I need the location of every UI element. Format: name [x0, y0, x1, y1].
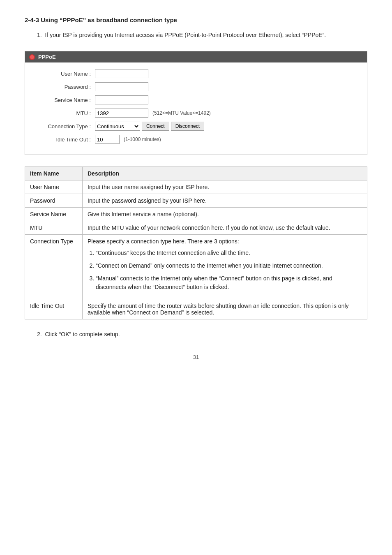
pppoe-status-dot: [29, 54, 35, 60]
pppoe-panel: PPPoE User Name : Password : Service Nam…: [25, 51, 367, 155]
step2-container: 2. Click “OK” to complete setup.: [37, 331, 367, 338]
pppoe-header: PPPoE: [25, 51, 367, 62]
mtu-input[interactable]: 1392: [95, 109, 148, 118]
step2-number: 2.: [37, 331, 42, 338]
connection-type-row: Connection Type : Continuous Connect on …: [33, 122, 359, 131]
username-input[interactable]: [95, 69, 148, 78]
table-row: User Name Input the user name assigned b…: [25, 180, 367, 194]
mtu-row: MTU : 1392 (512<=MTU Value<=1492): [33, 109, 359, 118]
connection-type-select[interactable]: Continuous Connect on Demand Manual: [95, 122, 140, 131]
username-row: User Name :: [33, 69, 359, 78]
table-row: Idle Time Out Specify the amount of time…: [25, 299, 367, 319]
row-mtu-name: MTU: [25, 221, 83, 235]
username-label: User Name :: [33, 71, 95, 77]
row-service-desc: Give this Internet service a name (optio…: [83, 208, 367, 221]
row-conntype-name: Connection Type: [25, 235, 83, 299]
service-name-row: Service Name :: [33, 95, 359, 104]
service-name-label: Service Name :: [33, 97, 95, 103]
row-service-name: Service Name: [25, 208, 83, 221]
step2-text: Click “OK” to complete setup.: [45, 331, 120, 338]
disconnect-button[interactable]: Disconnect: [171, 122, 204, 131]
conntype-list: “Continuous” keeps the Internet connecti…: [96, 249, 362, 291]
password-input[interactable]: [95, 82, 148, 91]
row-mtu-desc: Input the MTU value of your network conn…: [83, 221, 367, 235]
col1-header: Item Name: [25, 167, 83, 180]
list-item: “Connect on Demand” only connects to the…: [96, 261, 362, 270]
row-idle-desc: Specify the amount of time the router wa…: [83, 299, 367, 319]
pppoe-header-label: PPPoE: [38, 54, 56, 60]
table-row: Connection Type Please specify a connect…: [25, 235, 367, 299]
page-title: 2-4-3 Using “PPPoE” as broadband connect…: [25, 16, 367, 23]
idle-timeout-label: Idle Time Out :: [33, 136, 95, 143]
step1-text: If your ISP is providing you Internet ac…: [45, 32, 326, 38]
table-row: Password Input the password assigned by …: [25, 194, 367, 208]
row-conntype-desc: Please specify a connection type here. T…: [83, 235, 367, 299]
mtu-hint: (512<=MTU Value<=1492): [152, 110, 211, 116]
connection-type-label: Connection Type :: [33, 123, 95, 130]
table-row: MTU Input the MTU value of your network …: [25, 221, 367, 235]
row-idle-name: Idle Time Out: [25, 299, 83, 319]
table-row: Service Name Give this Internet service …: [25, 208, 367, 221]
mtu-label: MTU :: [33, 110, 95, 116]
conntype-intro: Please specify a connection type here. T…: [88, 238, 239, 245]
password-label: Password :: [33, 84, 95, 90]
row-password-desc: Input the password assigned by your ISP …: [83, 194, 367, 208]
description-table: Item Name Description User Name Input th…: [25, 166, 367, 319]
password-row: Password :: [33, 82, 359, 91]
idle-timeout-row: Idle Time Out : 10 (1-1000 minutes): [33, 135, 359, 144]
page-number: 31: [25, 354, 367, 360]
row-username-desc: Input the user name assigned by your ISP…: [83, 180, 367, 194]
step1-number: 1.: [37, 32, 42, 38]
row-username-name: User Name: [25, 180, 83, 194]
idle-timeout-hint: (1-1000 minutes): [124, 136, 161, 142]
list-item: “Manual” connects to the Internet only w…: [96, 274, 362, 291]
service-name-input[interactable]: [95, 95, 148, 104]
list-item: “Continuous” keeps the Internet connecti…: [96, 249, 362, 257]
pppoe-body: User Name : Password : Service Name : MT…: [25, 62, 367, 155]
row-password-name: Password: [25, 194, 83, 208]
idle-timeout-input[interactable]: 10: [95, 135, 120, 144]
col2-header: Description: [83, 167, 367, 180]
connect-button[interactable]: Connect: [142, 122, 169, 131]
table-header-row: Item Name Description: [25, 167, 367, 180]
